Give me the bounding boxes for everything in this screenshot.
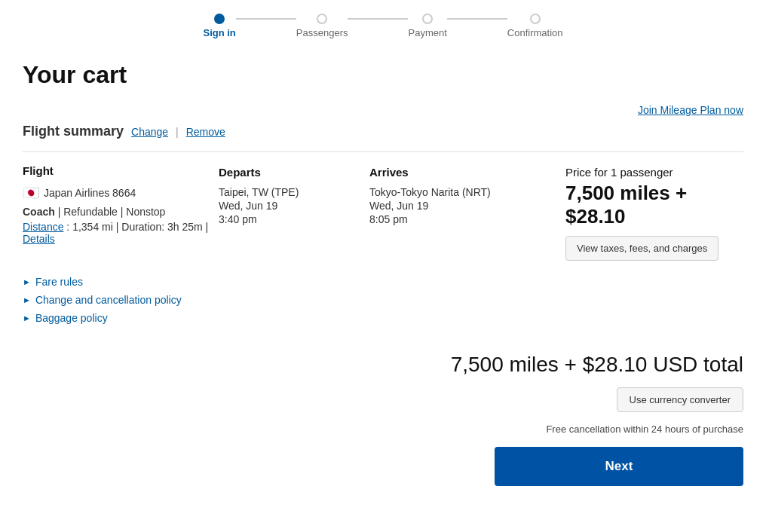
page-title-section: Your cart <box>0 46 766 96</box>
step-dot-passengers <box>317 14 327 24</box>
price-amount: 7,500 miles + $28.10 <box>565 182 743 228</box>
step-payment: Payment <box>408 14 446 38</box>
airline-flag-icon: 🇯🇵 <box>23 185 39 201</box>
departs-col-header: Departs <box>219 166 369 179</box>
step-dot-sign-in <box>214 14 225 24</box>
arrives-col-header: Arrives <box>369 166 565 179</box>
page-container: Sign in Passengers Payment Confirmation … <box>0 0 766 532</box>
remove-link[interactable]: Remove <box>186 126 225 138</box>
arrives-column: Arrives Tokyo-Tokyo Narita (NRT) Wed, Ju… <box>369 164 565 261</box>
duration-text: Duration: 3h 25m <box>121 221 202 233</box>
refundable-text: Refundable <box>63 206 118 218</box>
cabin-class: Coach <box>23 206 55 218</box>
progress-connector-2 <box>348 18 408 20</box>
step-dot-confirmation <box>530 14 541 24</box>
baggage-policy-row[interactable]: ► Baggage policy <box>23 312 743 324</box>
change-cancellation-arrow-icon: ► <box>23 295 31 304</box>
progress-bar: Sign in Passengers Payment Confirmation <box>0 0 766 46</box>
distance-value: 1,354 mi <box>72 221 113 233</box>
free-cancellation-text: Free cancellation within 24 hours of pur… <box>546 423 743 436</box>
taxes-fees-button[interactable]: View taxes, fees, and charges <box>565 236 719 261</box>
airline-row: 🇯🇵 Japan Airlines 8664 <box>23 185 219 201</box>
flight-column: Flight 🇯🇵 Japan Airlines 8664 Coach | Re… <box>23 164 219 261</box>
departs-column: Departs Taipei, TW (TPE) Wed, Jun 19 3:4… <box>219 164 369 261</box>
fare-rules-link[interactable]: Fare rules <box>35 276 83 288</box>
nonstop-text: Nonstop <box>126 206 165 218</box>
fare-rules-arrow-icon: ► <box>23 277 31 286</box>
flight-summary-header: Flight summary Change | Remove <box>23 124 743 139</box>
step-label-sign-in: Sign in <box>203 27 235 38</box>
step-dot-payment <box>422 14 433 24</box>
change-cancellation-row[interactable]: ► Change and cancellation policy <box>23 294 743 306</box>
step-label-payment: Payment <box>408 27 446 38</box>
cabin-info: Coach | Refundable | Nonstop <box>23 206 219 218</box>
distance-link[interactable]: Distance <box>23 221 63 233</box>
departs-time: 3:40 pm <box>219 213 369 225</box>
flight-summary-section: Flight summary Change | Remove Flight 🇯🇵… <box>0 124 766 261</box>
policy-section: ► Fare rules ► Change and cancellation p… <box>0 261 766 324</box>
details-pipe: | <box>206 221 209 233</box>
price-label: Price for 1 passenger <box>565 166 743 179</box>
step-label-passengers: Passengers <box>296 27 348 38</box>
arrives-city: Tokyo-Tokyo Narita (NRT) <box>369 186 565 198</box>
distance-info: Distance : 1,354 mi | Duration: 3h 25m |… <box>23 221 219 245</box>
total-amount: 7,500 miles + $28.10 USD total <box>451 353 743 377</box>
page-title: Your cart <box>23 61 743 89</box>
arrives-time: 8:05 pm <box>369 213 565 225</box>
step-confirmation: Confirmation <box>507 14 563 38</box>
departs-city: Taipei, TW (TPE) <box>219 186 369 198</box>
flight-details-grid: Flight 🇯🇵 Japan Airlines 8664 Coach | Re… <box>23 151 743 261</box>
airline-name: Japan Airlines 8664 <box>44 187 136 199</box>
progress-connector-3 <box>447 18 507 20</box>
mileage-plan-row: Join Mileage Plan now <box>0 96 766 116</box>
separator: | <box>176 126 179 138</box>
step-sign-in: Sign in <box>203 14 235 38</box>
distance-colon: : <box>66 221 72 233</box>
baggage-policy-link[interactable]: Baggage policy <box>35 312 108 324</box>
change-link[interactable]: Change <box>131 126 168 138</box>
baggage-policy-arrow-icon: ► <box>23 313 31 323</box>
departs-date: Wed, Jun 19 <box>219 200 369 212</box>
arrives-date: Wed, Jun 19 <box>369 200 565 212</box>
total-section: 7,500 miles + $28.10 USD total Use curre… <box>0 330 766 501</box>
change-cancellation-link[interactable]: Change and cancellation policy <box>35 294 182 306</box>
currency-converter-button[interactable]: Use currency converter <box>617 387 743 412</box>
fare-rules-row[interactable]: ► Fare rules <box>23 276 743 288</box>
step-passengers: Passengers <box>296 14 348 38</box>
join-mileage-plan-link[interactable]: Join Mileage Plan now <box>638 104 743 116</box>
progress-connector-1 <box>236 18 296 20</box>
next-button[interactable]: Next <box>495 447 743 486</box>
step-label-confirmation: Confirmation <box>507 27 563 38</box>
flight-col-header: Flight <box>23 164 219 177</box>
flight-summary-title: Flight summary <box>23 124 124 139</box>
details-link[interactable]: Details <box>23 233 55 245</box>
price-column: Price for 1 passenger 7,500 miles + $28.… <box>565 164 743 261</box>
